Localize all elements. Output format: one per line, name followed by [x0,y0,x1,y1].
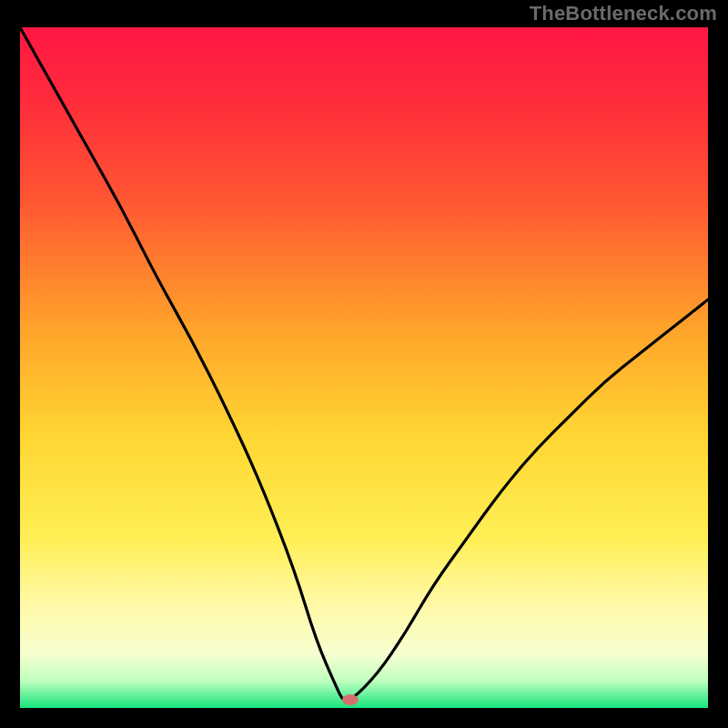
optimum-marker [342,694,359,705]
gradient-background [20,27,708,708]
chart-container: TheBottleneck.com [0,0,728,728]
bottleneck-chart [20,27,708,708]
watermark-text: TheBottleneck.com [530,2,717,25]
plot-area [20,27,708,708]
